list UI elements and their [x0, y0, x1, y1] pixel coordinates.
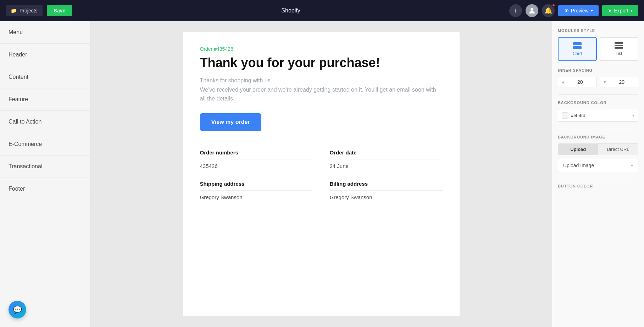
module-style-row: Card List — [558, 37, 638, 61]
topbar-actions: ＋ 🔔 👁 Preview ▾ ➤ Export ▾ — [509, 4, 638, 17]
order-date-value: 24 June — [330, 163, 443, 175]
color-swatch — [562, 112, 568, 119]
order-label: Order #435426 — [200, 46, 443, 52]
upload-image-button[interactable]: Upload Image ▾ — [558, 159, 638, 172]
spacing-down-input[interactable]: ▼ 20 — [600, 77, 639, 87]
spacing-up-input[interactable]: ▲ 20 — [558, 77, 597, 87]
inner-spacing-title: INNER SPACING — [558, 68, 638, 72]
billing-address-value: Gregory Swanson — [330, 194, 443, 200]
list-icon-block3 — [615, 47, 623, 49]
order-details-grid: Order numbers 435426 Shipping address Gr… — [200, 144, 443, 206]
sidebar-item-footer[interactable]: Footer — [0, 178, 90, 200]
sidebar-item-feature[interactable]: Feature — [0, 88, 90, 111]
email-title: Thank you for your purchase! — [200, 55, 443, 70]
app-title: Shopify — [77, 7, 505, 14]
shipping-address-value: Gregory Swanson — [200, 194, 312, 200]
button-color-title: BUTTON COLOR — [558, 184, 638, 188]
detail-col-left: Order numbers 435426 Shipping address Gr… — [200, 144, 321, 206]
canvas-area: Order #435426 Thank you for your purchas… — [90, 21, 552, 327]
notification-dot — [552, 4, 555, 7]
preview-chevron: ▾ — [591, 8, 593, 13]
svg-point-0 — [531, 8, 533, 11]
list-icon — [614, 42, 624, 49]
sidebar-item-content[interactable]: Content — [0, 66, 90, 88]
list-icon-block2 — [615, 45, 623, 46]
list-label: List — [616, 51, 622, 56]
main-layout: Menu Header Content Feature Call to Acti… — [0, 21, 644, 327]
divider3 — [558, 178, 638, 178]
bg-color-row[interactable]: #f4f4f4 ▾ — [558, 109, 638, 122]
view-order-button[interactable]: View my order — [200, 113, 261, 131]
sidebar-item-transactional[interactable]: Transactional — [0, 156, 90, 178]
upload-chevron-icon: ▾ — [631, 163, 633, 168]
folder-icon: 📁 — [11, 8, 17, 13]
projects-label: Projects — [20, 8, 38, 13]
export-label: Export — [614, 8, 628, 13]
spacing-down-value: 20 — [608, 79, 635, 85]
order-date-label: Order date — [330, 149, 443, 159]
billing-address-label: Billing address — [330, 181, 443, 191]
sidebar-item-header[interactable]: Header — [0, 44, 90, 66]
body-line1: Thanks for shopping with us. — [200, 77, 272, 83]
divider1 — [558, 94, 638, 95]
sidebar: Menu Header Content Feature Call to Acti… — [0, 21, 90, 327]
upload-image-label: Upload Image — [563, 163, 594, 168]
topbar: 📁 Projects Save Shopify ＋ 🔔 👁 Preview ▾ … — [0, 0, 644, 21]
card-icon-block1 — [573, 42, 582, 45]
sidebar-item-cta[interactable]: Call to Action — [0, 111, 90, 133]
detail-col-right: Order date 24 June Billing address Grego… — [321, 144, 443, 206]
chat-fab[interactable]: 💬 — [9, 301, 26, 318]
color-hex-value: #f4f4f4 — [571, 113, 629, 118]
preview-button[interactable]: 👁 Preview ▾ — [558, 5, 599, 16]
order-number-value: 435426 — [200, 163, 312, 175]
modules-style-title: MODULES STYLE — [558, 28, 638, 33]
export-chevron: ▾ — [631, 8, 633, 13]
sidebar-item-menu[interactable]: Menu — [0, 21, 90, 44]
export-icon: ➤ — [608, 8, 612, 13]
spacing-row: ▲ 20 ▼ 20 — [558, 77, 638, 87]
notification-wrapper: 🔔 — [542, 4, 555, 17]
background-image-title: BACKGROUND IMAGE — [558, 135, 638, 139]
notification-button[interactable]: 🔔 — [542, 4, 555, 17]
list-icon-block1 — [615, 42, 623, 44]
shipping-address-label: Shipping address — [200, 181, 312, 191]
chat-icon: 💬 — [13, 305, 22, 314]
color-chevron-icon: ▾ — [632, 113, 634, 118]
projects-button[interactable]: 📁 Projects — [6, 5, 43, 16]
down-arrow-icon: ▼ — [603, 80, 607, 85]
card-icon — [572, 42, 582, 49]
card-style-button[interactable]: Card — [558, 37, 597, 61]
list-style-button[interactable]: List — [600, 37, 639, 61]
add-button[interactable]: ＋ — [509, 4, 522, 17]
divider2 — [558, 129, 638, 129]
right-panel: MODULES STYLE Card List INNER SPACING — [552, 21, 644, 327]
body-line2: We've received your order and we're alre… — [200, 87, 436, 102]
export-button[interactable]: ➤ Export ▾ — [602, 5, 638, 16]
eye-icon: 👁 — [564, 8, 569, 13]
card-label: Card — [573, 51, 582, 56]
order-numbers-label: Order numbers — [200, 149, 312, 159]
save-button[interactable]: Save — [47, 5, 73, 16]
upload-tab[interactable]: Upload — [558, 144, 598, 155]
plus-icon: ＋ — [512, 6, 519, 15]
upload-tab-row: Upload Direct URL — [558, 143, 638, 155]
card-icon-block2 — [573, 46, 582, 49]
bell-icon: 🔔 — [544, 7, 552, 15]
spacing-up-value: 20 — [567, 79, 594, 85]
sidebar-item-ecommerce[interactable]: E-Commerce — [0, 133, 90, 156]
preview-label: Preview — [571, 8, 589, 13]
background-color-title: BACKGROUND COLOR — [558, 100, 638, 105]
direct-url-tab[interactable]: Direct URL — [598, 144, 638, 155]
avatar[interactable] — [526, 4, 538, 17]
up-arrow-icon: ▲ — [561, 80, 565, 85]
email-body: Thanks for shopping with us. We've recei… — [200, 76, 443, 103]
email-card: Order #435426 Thank you for your purchas… — [183, 32, 460, 316]
